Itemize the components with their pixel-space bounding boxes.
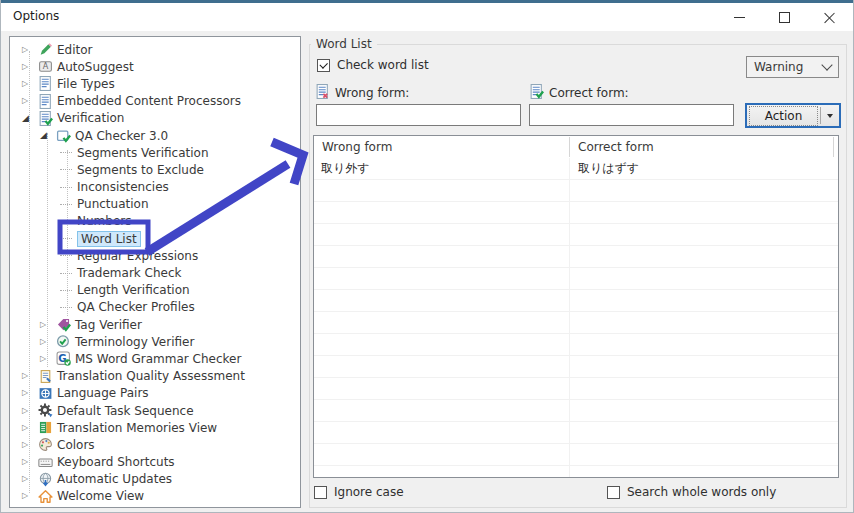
tree-expander-collapsed-icon[interactable]: ▷ [22,389,38,397]
tree-item-label: Inconsistencies [77,180,169,194]
terminology-verifier-icon [56,334,75,349]
verification-icon [38,111,57,126]
tree-expander-collapsed-icon[interactable]: ▷ [22,80,38,88]
tree-item-label: MS Word Grammar Checker [75,352,241,366]
tree-item-ms-word-grammar-checker[interactable]: ▷GMS Word Grammar Checker [10,350,300,367]
cell-correct-form: 取りはずす [570,158,838,179]
minimize-button[interactable] [717,3,762,31]
tree-item-translation-quality-assessment[interactable]: ▷Translation Quality Assessment [10,368,300,385]
severity-select[interactable]: Warning [746,56,839,78]
tree-item-segments-to-exclude[interactable]: Segments to Exclude [10,161,300,178]
ignore-case-row[interactable]: Ignore case [314,485,404,499]
tree-item-label: Terminology Verifier [75,335,194,349]
correct-form-input[interactable] [529,104,734,126]
tree-item-terminology-verifier[interactable]: ▷Terminology Verifier [10,333,300,350]
tree-leaf-dash [60,238,72,239]
tree-expander-collapsed-icon[interactable]: ▷ [22,475,38,483]
tree-item-numbers[interactable]: Numbers [10,213,300,230]
updates-globe-icon [38,472,57,487]
wrong-form-icon [315,84,330,99]
tree-item-tag-verifier[interactable]: ▷Tag Verifier [10,316,300,333]
tree-leaf-dash [60,255,72,256]
tree-expander-expanded-icon[interactable]: ◢ [22,114,38,123]
maximize-button[interactable] [762,3,807,31]
tree-leaf-dash [60,152,72,153]
action-split-button[interactable]: Action [745,103,841,128]
tree-item-automatic-updates[interactable]: ▷Automatic Updates [10,471,300,488]
tree-expander-collapsed-icon[interactable]: ▷ [22,372,38,380]
tree-expander-collapsed-icon[interactable]: ▷ [22,441,38,449]
language-pairs-icon [38,386,57,401]
tree-item-qa-checker-3-0[interactable]: ◢QA Checker 3.0 [10,127,300,144]
wrong-form-input[interactable] [316,104,521,126]
tree-item-label: Embedded Content Processors [57,94,241,108]
tree-item-label: Welcome View [57,489,144,503]
word-list-empty-row [314,422,838,444]
ignore-case-checkbox[interactable] [314,486,327,499]
tree-item-verification[interactable]: ◢Verification [10,110,300,127]
tree-item-label: Numbers [77,214,131,228]
cell-wrong-form [314,334,570,355]
cell-correct-form [570,268,838,289]
tree-expander-expanded-icon[interactable]: ◢ [40,131,56,140]
search-whole-words-checkbox[interactable] [607,486,620,499]
tree-expander-collapsed-icon[interactable]: ▷ [40,338,56,346]
tree-item-welcome-view[interactable]: ▷Welcome View [10,488,300,505]
home-icon [38,489,57,504]
tree-item-colors[interactable]: ▷Colors [10,436,300,453]
table-header-wrong-form[interactable]: Wrong form [314,137,570,157]
check-word-list-row[interactable]: Check word list [317,58,429,72]
severity-value: Warning [754,60,803,74]
cell-correct-form [570,312,838,333]
tree-expander-collapsed-icon[interactable]: ▷ [22,458,38,466]
tree-item-segments-verification[interactable]: Segments Verification [10,144,300,161]
word-list-row[interactable]: 取り外す取りはずす [314,158,838,180]
file-types-icon [38,76,57,91]
chevron-down-icon [821,59,832,70]
tqa-icon [38,369,57,384]
tree-leaf-dash [60,221,72,222]
tree-item-qa-checker-profiles[interactable]: QA Checker Profiles [10,299,300,316]
close-button[interactable] [807,3,852,31]
tree-item-language-pairs[interactable]: ▷Language Pairs [10,385,300,402]
tree-item-embedded-content-processors[interactable]: ▷Embedded Content Processors [10,93,300,110]
options-dialog: Options ▷Editor▷AAutoSuggest▷File Types▷… [0,0,854,513]
tree-expander-collapsed-icon[interactable]: ▷ [22,407,38,415]
tree-item-editor[interactable]: ▷Editor [10,41,300,58]
tree-item-label: Language Pairs [57,386,149,400]
tree-item-punctuation[interactable]: Punctuation [10,196,300,213]
tree-item-length-verification[interactable]: Length Verification [10,282,300,299]
tree-item-translation-memories-view[interactable]: ▷Translation Memories View [10,419,300,436]
search-whole-words-row[interactable]: Search whole words only [607,485,776,499]
tree-expander-collapsed-icon[interactable]: ▷ [22,424,38,432]
cell-wrong-form [314,290,570,311]
tree-item-regular-expressions[interactable]: Regular Expressions [10,247,300,264]
tree-expander-collapsed-icon[interactable]: ▷ [40,321,56,329]
cell-wrong-form [314,378,570,399]
tree-expander-collapsed-icon[interactable]: ▷ [40,355,56,363]
word-list-empty-row [314,400,838,422]
tree-item-label: Translation Memories View [57,421,217,435]
cell-correct-form [570,202,838,223]
tree-expander-collapsed-icon[interactable]: ▷ [22,63,38,71]
tree-item-trademark-check[interactable]: Trademark Check [10,264,300,281]
tree-item-default-task-sequence[interactable]: ▷Default Task Sequence [10,402,300,419]
word-list-empty-row [314,202,838,224]
tree-item-word-list[interactable]: Word List [10,230,300,247]
tree-item-autosuggest[interactable]: ▷AAutoSuggest [10,58,300,75]
tree-expander-collapsed-icon[interactable]: ▷ [22,492,38,500]
tree-expander-collapsed-icon[interactable]: ▷ [22,46,38,54]
cell-correct-form [570,444,838,465]
window-controls [717,3,852,31]
tree-item-file-types[interactable]: ▷File Types [10,75,300,92]
tree-expander-collapsed-icon[interactable]: ▷ [22,97,38,105]
table-header-correct-form[interactable]: Correct form [570,137,834,157]
cell-correct-form [570,224,838,245]
check-word-list-checkbox[interactable] [317,59,330,72]
action-dropdown-arrow[interactable] [821,105,839,126]
svg-text:A: A [43,63,49,72]
action-button-label[interactable]: Action [749,106,818,126]
wrong-form-label: Wrong form: [335,86,409,100]
tree-item-keyboard-shortcuts[interactable]: ▷Keyboard Shortcuts [10,454,300,471]
tree-item-inconsistencies[interactable]: Inconsistencies [10,179,300,196]
